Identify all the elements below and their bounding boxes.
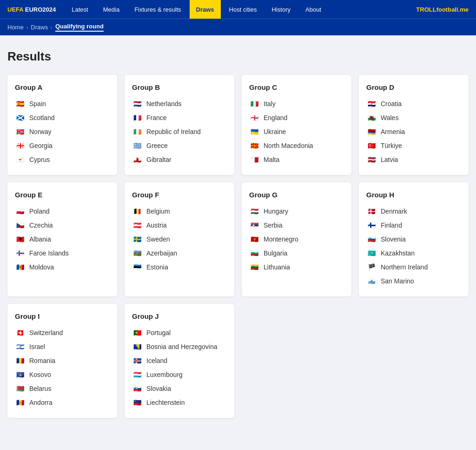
team-flag: 🇬🇮 — [132, 154, 142, 165]
team-row: 🇵🇹Portugal — [132, 326, 227, 340]
team-name: Greece — [146, 142, 168, 149]
team-flag: 🇷🇸 — [249, 220, 259, 230]
group-card-group-b: Group B🇳🇱Netherlands🇫🇷France🇮🇪Republic o… — [125, 75, 234, 175]
team-row: 🇰🇿Kazakhstan — [366, 246, 461, 260]
team-flag: 🏴󠁧󠁢󠁷󠁬󠁳󠁿 — [366, 113, 377, 123]
team-row: 🇮🇹Italy — [249, 97, 344, 111]
team-name: Slovenia — [381, 235, 406, 243]
group-title: Group I — [15, 312, 110, 320]
team-row: 🇮🇱Israel — [15, 340, 110, 354]
group-title: Group D — [366, 83, 461, 91]
team-flag: 🇲🇪 — [249, 234, 259, 244]
breadcrumb-sep-2: › — [51, 25, 53, 30]
group-card-group-e: Group E🇵🇱Poland🇨🇿Czechia🇦🇱Albania🇫🇴Faroe… — [7, 182, 117, 296]
team-flag: 🇨🇿 — [15, 220, 25, 230]
team-row: 🇬🇪Georgia — [15, 139, 110, 153]
team-name: Romania — [29, 357, 55, 364]
breadcrumb-draws[interactable]: Draws — [31, 24, 48, 31]
breadcrumb-sep-1: › — [26, 25, 28, 30]
team-flag: 🇵🇹 — [132, 328, 142, 338]
team-row: 🇲🇩Moldova — [15, 260, 110, 274]
team-name: Italy — [264, 100, 276, 107]
team-row: 🇳🇴Norway — [15, 125, 110, 139]
team-name: Moldova — [29, 263, 54, 271]
group-card-group-a: Group A🇪🇸Spain🏴󠁧󠁢󠁳󠁣󠁴󠁿Scotland🇳🇴Norway🇬🇪G… — [7, 75, 117, 175]
team-flag: 🇦🇩 — [15, 397, 25, 408]
team-row: 🇦🇹Austria — [132, 218, 227, 232]
team-row: 🇷🇸Serbia — [249, 218, 344, 232]
team-name: Portugal — [146, 329, 171, 336]
team-row: 🇧🇬Bulgaria — [249, 246, 344, 260]
group-title: Group B — [132, 83, 227, 91]
group-title: Group F — [132, 191, 227, 199]
team-name: Kazakhstan — [381, 249, 415, 257]
team-flag: 🇪🇸 — [15, 99, 25, 109]
nav-host-cities[interactable]: Host cities — [223, 0, 264, 19]
team-name: Gibraltar — [146, 156, 172, 163]
group-title: Group H — [366, 191, 461, 199]
group-card-group-g: Group G🇭🇺Hungary🇷🇸Serbia🇲🇪Montenegro🇧🇬Bu… — [242, 182, 351, 296]
group-title: Group E — [15, 191, 110, 199]
breadcrumb-home[interactable]: Home — [7, 24, 24, 31]
team-row: 🇸🇪Sweden — [132, 232, 227, 246]
team-name: Norway — [29, 128, 51, 135]
team-row: 🇦🇲Armenia — [366, 125, 461, 139]
group-card-group-j: Group J🇵🇹Portugal🇧🇦Bosnia and Herzegovin… — [125, 304, 234, 418]
team-row: 🇸🇲San Marino — [366, 274, 461, 288]
troll-branding: TROLLfootball.me — [416, 6, 469, 13]
team-name: Republic of Ireland — [146, 128, 201, 135]
group-title: Group A — [15, 83, 110, 91]
team-name: Ukraine — [264, 128, 286, 135]
nav-latest[interactable]: Latest — [65, 0, 94, 19]
team-row: 🇮🇸Iceland — [132, 354, 227, 368]
team-flag: 🇦🇲 — [366, 127, 377, 137]
team-name: Azerbaijan — [146, 249, 177, 257]
team-name: Armenia — [381, 128, 405, 135]
team-row: 🇽🇰Kosovo — [15, 368, 110, 382]
team-row: 🇦🇩Andorra — [15, 396, 110, 410]
team-name: North Macedonia — [264, 142, 313, 149]
team-name: Kosovo — [29, 371, 51, 378]
team-row: 🇫🇴Faroe Islands — [15, 246, 110, 260]
team-name: Netherlands — [146, 100, 182, 107]
team-flag: 🇬🇷 — [132, 141, 142, 151]
nav-draws[interactable]: Draws — [190, 0, 221, 19]
nav-history[interactable]: History — [265, 0, 297, 19]
team-flag: 🇧🇬 — [249, 248, 259, 258]
team-name: Belgium — [146, 208, 170, 215]
team-flag: 🇷🇴 — [15, 356, 25, 366]
team-flag: 🇫🇷 — [132, 113, 142, 123]
team-row: 🇳🇱Netherlands — [132, 97, 227, 111]
team-row: 🇫🇮Finland — [366, 218, 461, 232]
team-name: Finland — [381, 222, 402, 229]
team-flag: 🇮🇱 — [15, 342, 25, 352]
top-nav: UEFA EURO2024 Latest Media Fixtures & re… — [0, 0, 476, 35]
team-row: 🇧🇦Bosnia and Herzegovina — [132, 340, 227, 354]
team-flag: 🏴󠁧󠁢󠁥󠁮󠁧󠁿 — [249, 113, 259, 123]
group-title: Group J — [132, 312, 227, 320]
nav-fixtures[interactable]: Fixtures & results — [128, 0, 187, 19]
nav-about[interactable]: About — [299, 0, 328, 19]
team-row: 🇸🇮Slovenia — [366, 232, 461, 246]
team-row: 🇪🇸Spain — [15, 97, 110, 111]
team-flag: 🇲🇹 — [249, 154, 259, 165]
team-name: Sweden — [146, 235, 170, 243]
team-flag: 🇧🇾 — [15, 383, 25, 394]
team-row: 🏴󠁧󠁢󠁥󠁮󠁧󠁿England — [249, 111, 344, 125]
team-name: Northern Ireland — [381, 263, 428, 271]
team-name: Austria — [146, 222, 167, 229]
team-row: 🇨🇭Switzerland — [15, 326, 110, 340]
team-flag: 🇮🇸 — [132, 356, 142, 366]
group-card-group-i: Group I🇨🇭Switzerland🇮🇱Israel🇷🇴Romania🇽🇰K… — [7, 304, 117, 418]
nav-media[interactable]: Media — [97, 0, 126, 19]
team-row: 🇲🇰North Macedonia — [249, 139, 344, 153]
team-flag: 🇹🇷 — [366, 141, 377, 151]
team-row: 🇧🇾Belarus — [15, 382, 110, 396]
team-flag: 🇸🇪 — [132, 234, 142, 244]
team-flag: 🇫🇴 — [15, 248, 25, 258]
team-row: 🇸🇰Slovakia — [132, 382, 227, 396]
team-row: 🇦🇿Azerbaijan — [132, 246, 227, 260]
team-name: Denmark — [381, 208, 407, 215]
team-name: Israel — [29, 343, 45, 350]
team-name: Cyprus — [29, 156, 50, 163]
